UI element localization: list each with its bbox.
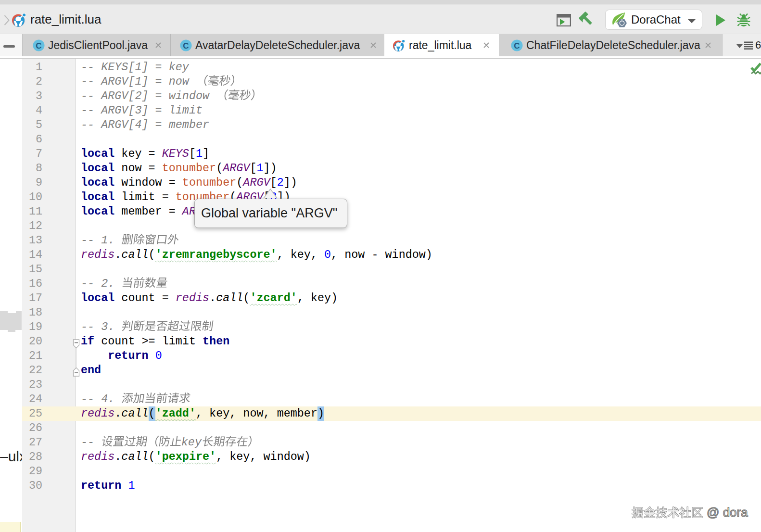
svg-text:C: C: [36, 41, 41, 51]
svg-text:C: C: [183, 41, 189, 51]
svg-text:C: C: [514, 41, 520, 51]
